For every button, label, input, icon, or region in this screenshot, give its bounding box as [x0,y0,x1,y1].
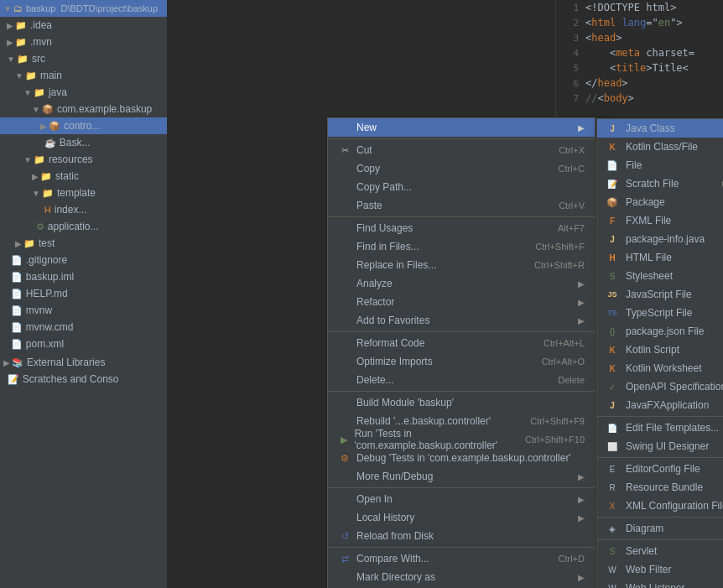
tree-mvnwcmd[interactable]: 📄 mvnw.cmd [0,319,167,336]
submenu-tsfile[interactable]: TS TypeScript File [597,304,723,322]
tree-baskup-class[interactable]: ☕ Bask... [0,134,167,151]
menu-delete-label: Delete... [356,374,394,386]
tree-java[interactable]: ▼ 📁 java [0,84,167,101]
menu-copy[interactable]: Copy Ctrl+C [328,159,595,178]
tree-java-label: java [49,86,67,98]
menu-optimizeimports[interactable]: Optimize Imports Ctrl+Alt+O [328,352,595,371]
menu-comparewith[interactable]: ⇄ Compare With... Ctrl+D [328,549,595,568]
tree-index[interactable]: H index... [0,201,167,218]
debug-icon: ⚙ [338,451,351,465]
submenu-stylesheet[interactable]: S Stylesheet [597,267,723,285]
submenu-xmlconfig[interactable]: X XML Configuration File ▶ [597,497,723,515]
menu-paste[interactable]: Paste Ctrl+V [328,196,595,215]
tree-templates[interactable]: ▼ 📁 template [0,185,167,201]
tree-pom[interactable]: 📄 pom.xml [0,336,167,352]
markdir-icon [338,570,351,584]
paste-shortcut: Ctrl+V [559,200,585,211]
tree-static[interactable]: ▶ 📁 static [0,168,167,185]
submenu-package[interactable]: 📦 Package [597,193,723,211]
menu-run[interactable]: ▶ Run 'Tests in 'com.example.baskup.cont… [328,430,595,449]
menu-new[interactable]: New ▶ [328,118,595,137]
menu-addtofav[interactable]: Add to Favorites ▶ [328,311,595,330]
submenu-sep-2 [597,457,723,458]
menu-reformat-label: Reformat Code [356,337,424,349]
submenu-packagejson[interactable]: {} package.json File [597,322,723,341]
submenu-edittemplates[interactable]: 📄 Edit File Templates... [597,419,723,437]
submenu-swingdesigner[interactable]: ⬜ Swing UI Designer ▶ [597,437,723,455]
menu-buildmodule[interactable]: Build Module 'baskup' [328,393,595,412]
menu-copypath[interactable]: Copy Path... [328,178,595,196]
submenu-jsfile[interactable]: JS JavaScript File [597,285,723,304]
comparewith-shortcut: Ctrl+D [559,554,585,564]
menu-findusages[interactable]: Find Usages Alt+F7 [328,219,595,237]
project-root[interactable]: ▼ 🗂 baskup D\BDTD\project\baskup [0,0,167,17]
tree-external-libs[interactable]: ▶ 📚 External Libraries [0,354,167,371]
submenu-javafxapp[interactable]: J JavaFXApplication [597,396,723,414]
tree-main[interactable]: ▼ 📁 main [0,67,167,84]
findinfiles-shortcut: Ctrl+Shift+F [535,242,585,252]
rebuild-shortcut: Ctrl+Shift+F9 [530,416,585,426]
submenu-servlet[interactable]: S Servlet [597,542,723,560]
menu-cut[interactable]: ✂ Cut Ctrl+X [328,141,595,159]
submenu-file[interactable]: 📄 File [597,156,723,174]
reformat-icon [338,336,351,350]
submenu-fxmlfile[interactable]: F FXML File [597,211,723,230]
tree-controller[interactable]: ▶ 📦 contro... [0,117,167,134]
submenu-swingdesigner-label: Swing UI Designer [626,440,709,452]
tree-scratches[interactable]: 📝 Scratches and Conso [0,371,167,388]
menu-markdir[interactable]: Mark Directory as ▶ [328,568,595,586]
copy-shortcut: Ctrl+C [559,164,585,174]
submenu-scratchfile[interactable]: 📝 Scratch File Ctrl+Alt+Shift+Insert [597,174,723,193]
tree-application[interactable]: ⚙ applicatio... [0,218,167,235]
tree-package[interactable]: ▼ 📦 com.example.baskup [0,101,167,117]
submenu-sep-1 [597,416,723,417]
submenu-htmlfile[interactable]: H HTML File [597,248,723,267]
copy-icon [338,162,351,175]
tree-help[interactable]: 📄 HELP.md [0,285,167,302]
menu-debug[interactable]: ⚙ Debug 'Tests in 'com.example.baskup.co… [328,449,595,467]
submenu-openapi-label: OpenAPI Specification [626,381,723,393]
menu-replace[interactable]: Replace in Files... Ctrl+Shift+R [328,256,595,274]
menu-replace-label: Replace in Files... [356,259,436,271]
menu-analyze[interactable]: Analyze ▶ [328,274,595,293]
menu-findinfiles[interactable]: Find in Files... Ctrl+Shift+F [328,237,595,256]
menu-reformat[interactable]: Reformat Code Ctrl+Alt+L [328,334,595,352]
menu-reload[interactable]: ↺ Reload from Disk [328,527,595,545]
tree-gitignore[interactable]: 📄 .gitignore [0,252,167,268]
submenu-openapi[interactable]: ✓ OpenAPI Specification [597,377,723,396]
submenu-javaclass[interactable]: J Java Class [597,119,723,138]
tree-mvn[interactable]: ▶ 📁 .mvn [0,34,167,50]
menu-morerun[interactable]: More Run/Debug ▶ [328,467,595,486]
submenu-jsfile-label: JavaScript File [626,289,692,300]
menu-refactor[interactable]: Refactor ▶ [328,293,595,311]
sep-4 [328,391,595,392]
weblistener-icon: W [606,581,619,588]
submenu-packageinfo[interactable]: J package-info.java [597,230,723,248]
submenu-editorconfig[interactable]: E EditorConfig File [597,460,723,478]
submenu-kotlinscript[interactable]: K Kotlin Script [597,341,723,359]
menu-findusages-label: Find Usages [356,222,413,234]
tree-test-label: test [39,237,55,249]
tree-src[interactable]: ▼ 📁 src [0,50,167,67]
analyze-icon [338,277,351,290]
tree-idea[interactable]: ▶ 📁 .idea [0,17,167,34]
tree-resources[interactable]: ▼ 📁 resources [0,151,167,168]
tree-iml[interactable]: 📄 baskup.iml [0,268,167,285]
delete-icon [338,373,351,387]
menu-delete[interactable]: Delete... Delete [328,371,595,389]
line-content-6: </head> [585,77,628,89]
submenu-kotlinclass[interactable]: K Kotlin Class/File [597,138,723,156]
tree-test[interactable]: ▶ 📁 test [0,235,167,252]
run-icon: ▶ [338,433,349,446]
diagram-icon: ◈ [606,522,619,535]
menu-localhistory[interactable]: Local History ▶ [328,508,595,527]
kotlinclass-icon: K [606,140,619,154]
submenu-webfilter[interactable]: W Web Filter [597,560,723,579]
submenu-diagram-label: Diagram [626,523,663,534]
menu-openin[interactable]: Open In ▶ [328,490,595,508]
submenu-weblistener[interactable]: W Web Listener [597,579,723,588]
submenu-resourcebundle[interactable]: R Resource Bundle [597,478,723,497]
submenu-kotlinworksheet[interactable]: K Kotlin Worksheet [597,359,723,377]
submenu-diagram[interactable]: ◈ Diagram ▶ [597,519,723,538]
tree-mvnw[interactable]: 📄 mvnw [0,302,167,319]
